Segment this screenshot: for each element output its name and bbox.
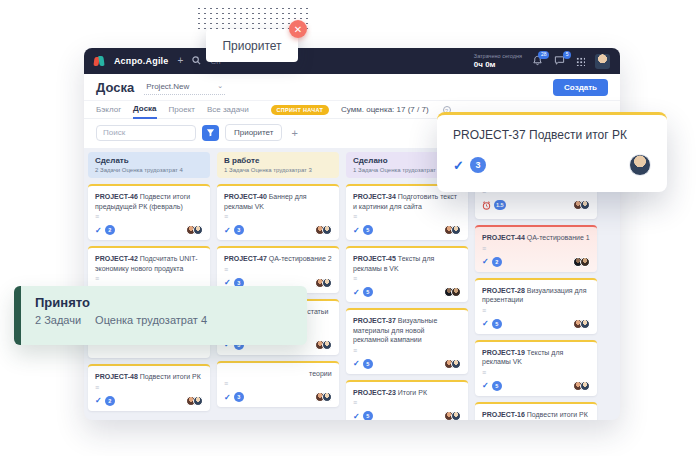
description-icon: ≡ (353, 214, 461, 220)
accepted-task-count: 2 Задачи (35, 314, 81, 326)
description-icon: ≡ (482, 308, 590, 314)
priority-filter-chip[interactable]: Приоритет (225, 124, 282, 141)
task-card[interactable]: PROJECT-34 Подготовить текст и картинки … (346, 184, 468, 240)
task-id: PROJECT-47 (224, 255, 269, 262)
assignee-avatar (580, 200, 590, 210)
assignee-avatar (580, 257, 590, 267)
description-icon: ≡ (353, 400, 461, 406)
task-title: PROJECT-47 QA-тестирование 2 (224, 254, 332, 264)
screen: Аспро.Agile + Сп Затрачено сегодня 0ч 0м… (0, 0, 700, 456)
description-icon: ≡ (224, 381, 332, 387)
assignee-avatar (451, 359, 461, 369)
story-points-badge: 5 (492, 319, 502, 329)
description-icon: ≡ (95, 214, 203, 220)
check-icon: ✓ (453, 158, 464, 173)
task-id: PROJECT-40 (224, 193, 269, 200)
check-icon: ✓ (224, 226, 231, 235)
task-id: PROJECT-46 (95, 193, 140, 200)
messages-icon[interactable]: 5 (554, 55, 566, 67)
tab-backlog[interactable]: Бэклог (96, 102, 121, 118)
column-title: В работе (224, 156, 332, 165)
task-title: PROJECT-48 Подвести итоги РК (95, 372, 203, 382)
description-icon: ≡ (95, 276, 203, 282)
popup-task-title: PROJECT-37 Подвести итог РК (453, 128, 651, 142)
tab-board[interactable]: Доска (133, 101, 156, 119)
task-card[interactable]: PROJECT-40 Баннер для рекламы VK≡✓3 (217, 184, 339, 240)
column-header: Сделать2 Задачи Оценка трудозатрат 4 (88, 152, 210, 178)
column-meta: 1 Задача Оценка трудозатрат 3 (224, 167, 332, 173)
column-meta: 2 Задачи Оценка трудозатрат 4 (95, 167, 203, 173)
task-card[interactable]: PROJECT-23 Итоги РК≡✓5 (346, 380, 468, 421)
story-points-badge: 2 (105, 225, 115, 235)
story-points-badge: 2 (492, 257, 502, 267)
task-id: PROJECT-34 (353, 193, 398, 200)
task-id: PROJECT-42 (95, 255, 140, 262)
task-card-popup[interactable]: PROJECT-37 Подвести итог РК ✓ 3 (437, 112, 667, 192)
task-title: PROJECT-19 Тексты для рекламы VK (482, 348, 590, 367)
story-points-badge: 1.5 (494, 200, 506, 210)
notifications-bell-icon[interactable]: 28 (532, 55, 544, 67)
task-title: PROJECT-44 QA-тестирование 1 (482, 233, 590, 243)
search-icon[interactable] (192, 56, 201, 67)
task-title: PROJECT-34 Подготовить текст и картинки … (353, 192, 461, 211)
check-icon: ✓ (353, 226, 360, 235)
accepted-panel-title: Принято (35, 295, 293, 310)
task-id: PROJECT-48 (95, 373, 140, 380)
overdue-clock-icon (482, 201, 491, 210)
task-title: PROJECT-45 Тексты для рекламы в VK (353, 254, 461, 273)
task-card[interactable]: PROJECT-48 Подвести итоги РК≡✓2 (88, 364, 210, 411)
sprint-status-badge: СПРИНТ НАЧАТ (271, 105, 329, 115)
add-icon[interactable]: + (178, 56, 184, 66)
story-points-badge: 5 (363, 225, 373, 235)
description-icon: ≡ (95, 385, 203, 391)
story-points-badge: 3 (234, 392, 244, 402)
task-card[interactable]: PROJECT-16 Подвести итоги РК≡ (475, 402, 597, 421)
accepted-estimate: Оценка трудозатрат 4 (95, 314, 207, 326)
add-filter-button[interactable]: + (288, 127, 300, 139)
task-card[interactable]: PROJECT-45 Тексты для рекламы в VK≡✓5 (346, 246, 468, 302)
check-icon: ✓ (95, 396, 102, 405)
app-logo-icon (94, 56, 105, 67)
board-select-value: Project.New (146, 82, 189, 91)
description-icon: ≡ (482, 370, 590, 376)
tab-all-tasks[interactable]: Все задачи (207, 102, 249, 118)
story-points-badge: 5 (363, 287, 373, 297)
filter-funnel-button[interactable] (202, 125, 219, 141)
time-tracker: Затрачено сегодня 0ч 0м (474, 53, 522, 69)
description-icon: ≡ (224, 214, 332, 220)
check-icon: ✓ (482, 257, 489, 266)
apps-grid-icon[interactable] (576, 57, 585, 66)
task-title: теории (224, 369, 332, 379)
task-card[interactable]: PROJECT-28 Визуализация для презентации≡… (475, 278, 597, 334)
tab-project[interactable]: Проект (169, 102, 195, 118)
create-button[interactable]: Создать (553, 79, 608, 96)
assignee-avatar (629, 154, 651, 176)
task-title: PROJECT-46 Подвести итоги предыдущей РК … (95, 192, 203, 211)
story-points-badge: 3 (470, 157, 486, 173)
task-card[interactable]: PROJECT-37 Визуальные материалы для ново… (346, 308, 468, 374)
user-avatar[interactable] (595, 54, 610, 69)
notifications-count-badge: 28 (538, 51, 549, 59)
board-select-dropdown[interactable]: Project.New ⌄ (144, 80, 225, 95)
task-title: PROJECT-37 Визуальные материалы для ново… (353, 316, 461, 345)
assignee-avatar (451, 287, 461, 297)
description-icon: ≡ (224, 267, 332, 273)
task-id: PROJECT-23 (353, 389, 398, 396)
task-card[interactable]: PROJECT-44 QA-тестирование 1≡✓2 (475, 225, 597, 272)
check-icon: ✓ (224, 393, 231, 402)
description-icon: ≡ (353, 348, 461, 354)
kanban-column: ≡1.5PROJECT-44 QA-тестирование 1≡✓2PROJE… (475, 152, 597, 420)
task-card[interactable]: теории≡✓3 (217, 361, 339, 408)
title-bar: Доска Project.New ⌄ Создать (84, 74, 620, 101)
task-title: PROJECT-42 Подсчитать UNIT-экономику нов… (95, 254, 203, 273)
story-points-badge: 3 (234, 225, 244, 235)
task-id: PROJECT-19 (482, 349, 527, 356)
task-card[interactable]: PROJECT-46 Подвести итоги предыдущей РК … (88, 184, 210, 240)
priority-tooltip-label: Приоритет (222, 39, 281, 53)
close-icon[interactable]: ✕ (289, 20, 307, 38)
app-window: Аспро.Agile + Сп Затрачено сегодня 0ч 0м… (84, 48, 620, 420)
assignee-avatar (322, 340, 332, 350)
task-card[interactable]: PROJECT-19 Тексты для рекламы VK≡✓5 (475, 340, 597, 396)
search-input[interactable] (96, 125, 196, 141)
assignee-avatar (580, 381, 590, 391)
